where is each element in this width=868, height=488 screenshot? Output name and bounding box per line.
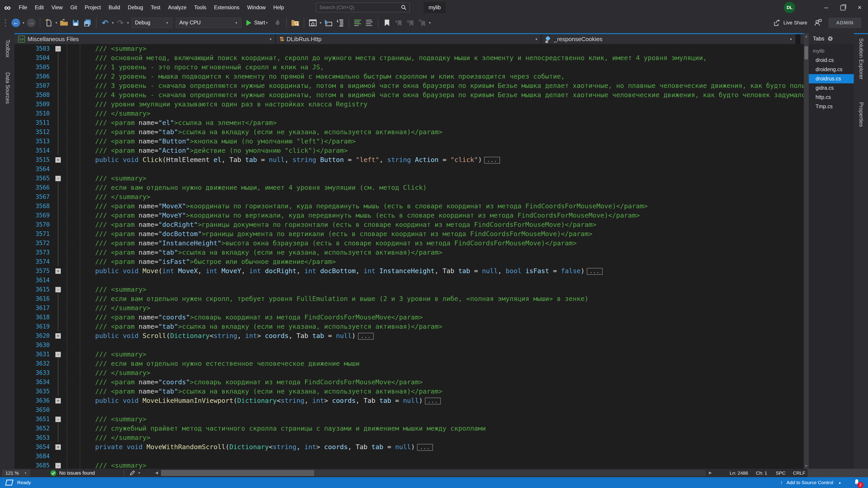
code-text[interactable]: /// служебный прайвет метод частичного с… — [64, 424, 486, 433]
column-indicator[interactable]: Ch: 1 — [756, 469, 767, 477]
menu-window[interactable]: Window — [243, 0, 270, 15]
side-tab-properties[interactable]: Properties — [858, 97, 864, 132]
menu-view[interactable]: View — [48, 0, 66, 15]
menu-analyze[interactable]: Analyze — [164, 0, 190, 15]
feedback-person-icon[interactable] — [814, 19, 822, 27]
code-line[interactable]: 3652/// служебный прайвет метод частично… — [14, 424, 804, 433]
start-dropdown[interactable]: ▾ — [266, 21, 268, 25]
code-text[interactable]: /// <param name="tab">ссылка на вкладку … — [64, 322, 442, 331]
code-text[interactable]: /// если вам отдельно нужно естественное… — [64, 359, 360, 368]
menu-tools[interactable]: Tools — [190, 0, 210, 15]
side-tab-toolbox[interactable]: Toolbox — [4, 34, 11, 63]
source-control-caret-icon[interactable]: ▲ — [838, 481, 841, 484]
member-dropdown[interactable]: _responseCookies▾ — [541, 34, 796, 44]
code-line[interactable]: 3619/// <param name="tab">ссылка на вкла… — [14, 322, 804, 331]
code-text[interactable]: /// 3 уровень - сначала определяются нуж… — [64, 81, 804, 90]
code-text[interactable]: public void Scroll(Dictionary<string, in… — [64, 331, 374, 340]
code-text[interactable] — [64, 275, 95, 285]
navigate-to-cursor-icon[interactable] — [323, 18, 333, 28]
new-file-button[interactable] — [44, 18, 54, 28]
minimize-button[interactable]: – — [818, 0, 835, 15]
code-text[interactable] — [64, 164, 95, 174]
navigate-back-button[interactable]: ← — [11, 18, 21, 28]
code-line[interactable]: 3566/// если вам отдельно нужно движение… — [14, 183, 804, 192]
code-text[interactable]: /// <param name="isFast">быстрое или обы… — [64, 257, 336, 266]
code-line[interactable]: 3515+public void Click(HtmlElement el, T… — [14, 155, 804, 164]
code-line[interactable]: 3617/// </summary> — [14, 303, 804, 313]
code-text[interactable] — [64, 452, 95, 461]
code-text[interactable]: /// </summary> — [64, 433, 150, 442]
code-line[interactable]: 3651-/// <summary> — [14, 415, 804, 424]
code-line[interactable]: 3653/// </summary> — [14, 433, 804, 442]
vertical-scrollbar[interactable]: ▲ ▼ — [804, 33, 809, 469]
code-line[interactable]: 3616/// если вам отдельно нужен скролл, … — [14, 294, 804, 303]
code-text[interactable]: /// 4 уровень - сначала определяются нуж… — [64, 90, 804, 100]
new-file-dropdown[interactable]: ▾ — [56, 21, 57, 25]
code-text[interactable]: /// <param name="MoveX">координаты по го… — [64, 201, 648, 211]
browse-dropdown[interactable]: ▾ — [320, 21, 321, 25]
code-line[interactable]: 3503-/// <summary> — [14, 44, 804, 53]
code-text[interactable]: public void MoveLikeHumanInViewport(Dict… — [64, 396, 441, 405]
code-line[interactable]: 3573/// <param name="tab">ссылка на вкла… — [14, 248, 804, 257]
code-line[interactable]: 3513/// <param name="Button">кнопка мыши… — [14, 137, 804, 146]
code-text[interactable]: /// 1 уровень - это просто мгновенный ск… — [64, 63, 324, 72]
open-folder-button[interactable] — [59, 18, 69, 28]
save-all-button[interactable] — [83, 18, 92, 28]
toolbar-drag-handle[interactable] — [4, 18, 7, 27]
code-text[interactable]: /// <param name="coords">словарь координ… — [64, 378, 423, 387]
fold-toggle[interactable]: - — [55, 463, 61, 468]
fold-toggle[interactable]: + — [55, 445, 61, 450]
uncomment-lines-icon[interactable] — [364, 18, 374, 28]
code-text[interactable]: /// <param name="tab">ссылка на вкладку … — [64, 387, 442, 396]
fold-toggle[interactable]: - — [55, 46, 61, 52]
menu-file[interactable]: File — [15, 0, 31, 15]
code-line[interactable]: 3564 — [14, 164, 804, 174]
code-line[interactable]: 3509/// уровни эмуляции указываются один… — [14, 100, 804, 109]
platform-select[interactable]: Any CPU▾ — [176, 18, 241, 28]
document-outline-icon[interactable] — [335, 18, 345, 28]
code-text[interactable]: /// </summary> — [64, 192, 150, 201]
profiler-flame-icon[interactable] — [273, 18, 283, 28]
code-line[interactable]: 3632/// если вам отдельно нужно естестве… — [14, 359, 804, 368]
code-line[interactable]: 3514/// <param name="Action">действие (п… — [14, 146, 804, 155]
space-mode-indicator[interactable]: SPC — [776, 469, 785, 477]
code-text[interactable]: /// </summary> — [64, 368, 150, 378]
code-text[interactable]: /// основной метод, включающий поиск коо… — [64, 53, 707, 63]
code-text[interactable]: /// 2 уровень - мышка подводится к элеме… — [64, 72, 565, 81]
horizontal-scrollbar-thumb[interactable] — [161, 470, 314, 476]
restore-button[interactable] — [835, 0, 851, 15]
code-line[interactable]: 3630 — [14, 340, 804, 350]
redo-button[interactable]: ↷ — [116, 18, 125, 28]
horizontal-scrollbar[interactable] — [161, 470, 706, 476]
code-text[interactable]: public void Move(int MoveX, int MoveY, i… — [64, 266, 602, 275]
menu-edit[interactable]: Edit — [31, 0, 48, 15]
code-line[interactable]: 3636+public void MoveLikeHumanInViewport… — [14, 396, 804, 405]
code-text[interactable]: /// уровни эмуляции указываются один раз… — [64, 100, 368, 109]
fold-toggle[interactable]: + — [55, 268, 61, 274]
vertical-scrollbar-thumb[interactable] — [804, 46, 808, 59]
navigate-forward-button[interactable]: → — [26, 18, 36, 28]
code-text[interactable]: /// <summary> — [64, 44, 147, 53]
code-text[interactable]: /// </summary> — [64, 109, 150, 118]
gear-icon[interactable] — [828, 36, 833, 41]
fold-toggle[interactable]: + — [55, 398, 61, 403]
code-line[interactable]: 3572/// <param name="InstanceHeight">выс… — [14, 238, 804, 248]
code-line[interactable]: 3568/// <param name="MoveX">координаты п… — [14, 201, 804, 211]
code-text[interactable]: /// если вам отдельно нужно движение мыш… — [64, 183, 427, 192]
edit-mode-button[interactable]: ▾ — [129, 470, 141, 476]
code-text[interactable]: /// <param name="coords">словарь координ… — [64, 313, 423, 322]
code-line[interactable]: 3654+private void MoveWithRandomScroll(D… — [14, 442, 804, 452]
code-line[interactable]: 3505/// 1 уровень - это просто мгновенны… — [14, 63, 804, 72]
side-tab-solution-explorer[interactable]: Solution Explorer — [858, 33, 864, 85]
file-item-droideng.cs[interactable]: droideng.cs — [809, 65, 854, 74]
code-text[interactable]: private void MoveWithRandomScroll(Dictio… — [64, 442, 433, 452]
project-dropdown[interactable]: C# Miscellaneous Files▾ — [14, 34, 275, 44]
clear-bookmarks-button[interactable] — [417, 18, 427, 28]
code-text[interactable]: /// <param name="Action">действие (по ум… — [64, 146, 348, 155]
code-line[interactable]: 3510/// </summary> — [14, 109, 804, 118]
menu-git[interactable]: Git — [66, 0, 81, 15]
scroll-down-arrow[interactable]: ▼ — [804, 463, 809, 469]
code-text[interactable] — [64, 340, 95, 350]
search-input[interactable] — [319, 4, 401, 11]
code-line[interactable]: 3565-/// <summary> — [14, 174, 804, 183]
